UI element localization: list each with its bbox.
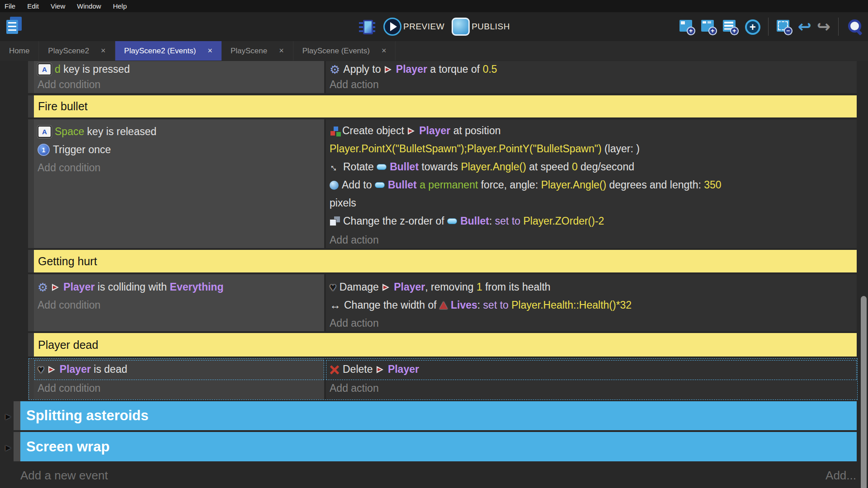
menu-window[interactable]: Window xyxy=(71,2,107,10)
comment-row[interactable]: Getting hurt xyxy=(34,250,857,272)
publish-label: PUBLISH xyxy=(472,22,510,32)
menu-view[interactable]: View xyxy=(45,2,71,10)
player-object-icon xyxy=(376,365,385,374)
publish-button[interactable]: PUBLISH xyxy=(452,18,510,36)
action-line[interactable]: ↔ Rotate Bullet towards Player.Angle() a… xyxy=(330,160,634,174)
conditions-cell: ♥ Player is dead Add condition xyxy=(34,358,324,399)
physics-gear-icon: ⚙ xyxy=(38,282,48,293)
condition-line[interactable]: 1 Trigger once xyxy=(38,143,111,157)
condition-line[interactable]: A d key is pressed xyxy=(38,62,130,76)
tab-playscene2[interactable]: PlayScene2× xyxy=(39,41,115,61)
menu-help[interactable]: Help xyxy=(107,2,133,10)
add-comment-button[interactable]: + xyxy=(722,18,739,35)
condition-line[interactable]: ⚙ Player is colliding with Everything xyxy=(38,280,223,294)
tab-home[interactable]: Home xyxy=(0,41,39,61)
z-order-icon xyxy=(330,216,340,226)
action-line[interactable]: ⚙ Apply to Player a torque of 0.5 xyxy=(330,62,497,76)
undo-icon[interactable]: ↩ xyxy=(798,18,811,35)
action-line-wrap[interactable]: Player.PointX("BulletSpawn");Player.Poin… xyxy=(330,142,640,156)
player-object-icon xyxy=(47,365,57,374)
event-drag-handle[interactable] xyxy=(28,119,34,248)
add-event-button[interactable]: + xyxy=(679,18,695,35)
redo-icon[interactable]: ↪ xyxy=(817,18,830,35)
delete-selection-button[interactable]: − xyxy=(776,18,793,35)
plus-badge-icon: + xyxy=(730,27,739,35)
event-drag-handle[interactable] xyxy=(28,250,34,272)
action-line[interactable]: Add to Bullet a permanent force, angle: … xyxy=(330,178,722,192)
event-drag-handle[interactable] xyxy=(28,95,34,117)
close-icon[interactable]: × xyxy=(279,46,284,56)
comment-row[interactable]: Fire bullet xyxy=(34,95,857,117)
physics-gear-icon: ⚙ xyxy=(330,64,340,75)
debug-icon[interactable] xyxy=(358,18,376,36)
group-drag-handle[interactable] xyxy=(14,401,20,430)
toolbar-separator xyxy=(768,18,769,36)
plus-circle-icon: + xyxy=(745,19,760,35)
add-action-button[interactable]: Add action xyxy=(330,381,379,395)
health-heart-icon: ♥ xyxy=(38,364,44,375)
lives-object-icon xyxy=(439,301,448,309)
conditions-cell: A Space key is released 1 Trigger once A… xyxy=(34,119,324,248)
action-line[interactable]: Delete Player xyxy=(330,362,419,376)
preview-button[interactable]: PREVIEW xyxy=(383,18,444,36)
play-icon xyxy=(383,18,401,36)
vertical-scrollbar[interactable] xyxy=(861,296,867,488)
menu-bar: File Edit View Window Help xyxy=(0,0,868,12)
event-drag-handle[interactable] xyxy=(28,61,34,93)
action-line[interactable]: Create object Player at position xyxy=(330,124,501,138)
add-condition-button[interactable]: Add condition xyxy=(38,161,100,175)
close-icon[interactable]: × xyxy=(382,46,387,56)
expand-arrow-icon[interactable]: ▶ xyxy=(5,412,11,421)
add-condition-button[interactable]: Add condition xyxy=(38,381,100,395)
add-subevent-button[interactable]: + xyxy=(701,18,717,35)
close-icon[interactable]: × xyxy=(101,46,106,56)
comment-row[interactable]: Player dead xyxy=(34,333,857,357)
preview-label: PREVIEW xyxy=(403,22,444,32)
event-drag-handle[interactable] xyxy=(28,358,34,399)
create-object-icon xyxy=(330,131,335,136)
group-row[interactable]: Splitting asteroids xyxy=(20,401,857,430)
trigger-once-icon: 1 xyxy=(38,144,50,156)
group-drag-handle[interactable] xyxy=(14,432,20,461)
condition-line[interactable]: A Space key is released xyxy=(38,125,156,139)
add-more-button[interactable]: Add... xyxy=(826,469,856,483)
search-icon[interactable] xyxy=(846,18,863,35)
width-arrows-icon: ↔ xyxy=(330,299,341,312)
menu-file[interactable]: File xyxy=(0,2,21,10)
add-condition-button[interactable]: Add condition xyxy=(38,78,100,92)
event-drag-handle[interactable] xyxy=(28,274,34,331)
conditions-cell: ⚙ Player is colliding with Everything Ad… xyxy=(34,274,324,331)
add-action-button[interactable]: Add action xyxy=(330,78,379,92)
player-object-icon xyxy=(51,283,60,292)
project-manager-icon[interactable] xyxy=(5,17,24,37)
group-row[interactable]: Screen wrap xyxy=(20,432,857,461)
action-line[interactable]: ↔ Change the width of Lives: set to Play… xyxy=(330,298,632,312)
tab-playscene[interactable]: PlayScene× xyxy=(222,41,293,61)
gdevelop-window: File Edit View Window Help PREVIEW PUBLI… xyxy=(0,0,868,488)
force-icon xyxy=(330,181,339,190)
actions-cell: ♥ Damage Player, removing 1 from its hea… xyxy=(326,274,857,331)
keyboard-icon: A xyxy=(38,63,52,75)
action-line[interactable]: Change the z-order of Bullet: set to Pla… xyxy=(330,214,604,228)
action-line-wrap[interactable]: pixels xyxy=(330,196,356,210)
event-drag-handle[interactable] xyxy=(28,333,34,357)
bullet-object-icon xyxy=(447,218,457,224)
tab-playscene2-events[interactable]: PlayScene2 (Events)× xyxy=(115,41,222,61)
menu-edit[interactable]: Edit xyxy=(21,2,45,10)
add-other-event-button[interactable]: + xyxy=(744,18,760,35)
actions-cell: Delete Player Add action xyxy=(326,358,857,399)
add-action-button[interactable]: Add action xyxy=(330,233,379,247)
tab-playscene-events[interactable]: PlayScene (Events)× xyxy=(293,41,396,61)
plus-badge-icon: + xyxy=(708,27,717,35)
minus-badge-icon: − xyxy=(784,27,793,35)
actions-cell: ⚙ Apply to Player a torque of 0.5 Add ac… xyxy=(326,61,857,93)
action-line[interactable]: ♥ Damage Player, removing 1 from its hea… xyxy=(330,280,551,294)
expand-arrow-icon[interactable]: ▶ xyxy=(5,443,11,452)
add-new-event-button[interactable]: Add a new event xyxy=(20,469,108,483)
toolbar-separator xyxy=(838,18,839,36)
add-condition-button[interactable]: Add condition xyxy=(38,298,100,312)
condition-line[interactable]: ♥ Player is dead xyxy=(38,362,127,376)
add-action-button[interactable]: Add action xyxy=(330,316,379,330)
player-object-icon xyxy=(384,65,393,74)
close-icon[interactable]: × xyxy=(208,46,212,56)
